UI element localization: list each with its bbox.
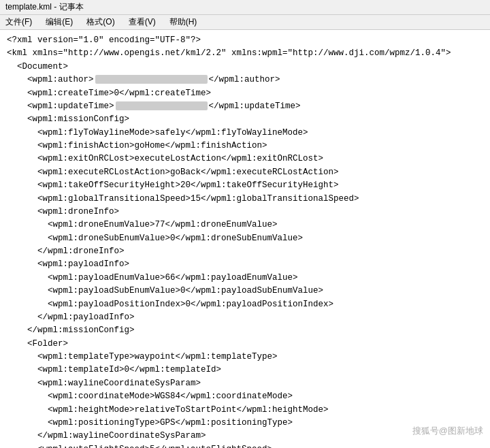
xml-line: <wpml:autoFlightSpeed>5</wpml:autoFlight…	[7, 443, 483, 448]
xml-line: <wpml:droneInfo>	[7, 206, 483, 219]
xml-line: <wpml:missionConfig>	[7, 113, 483, 126]
xml-line: </wpml:droneInfo>	[7, 245, 483, 258]
xml-line: <wpml:takeOffSecurityHeight>20</wpml:tak…	[7, 179, 483, 192]
xml-line: <wpml:finishAction>goHome</wpml:finishAc…	[7, 140, 483, 153]
xml-line: </wpml:missionConfig>	[7, 324, 483, 337]
xml-line: <wpml:payloadEnumValue>66</wpml:payloadE…	[7, 272, 483, 285]
xml-line: <wpml:templateType>waypoint</wpml:templa…	[7, 351, 483, 364]
menu-help[interactable]: 帮助(H)	[167, 16, 200, 29]
xml-line: <wpml:coordinateMode>WGS84</wpml:coordin…	[7, 390, 483, 403]
xml-line: <Document>	[7, 61, 483, 74]
menu-bar: 文件(F) 编辑(E) 格式(O) 查看(V) 帮助(H)	[0, 15, 490, 30]
xml-line: <?xml version="1.0" encoding="UTF-8"?>	[7, 34, 483, 47]
xml-line: </wpml:payloadInfo>	[7, 311, 483, 324]
xml-line: <wpml:globalTransitionalSpeed>15</wpml:g…	[7, 193, 483, 206]
content-area[interactable]: <?xml version="1.0" encoding="UTF-8"?> <…	[0, 30, 490, 448]
xml-line: <wpml:payloadPositionIndex>0</wpml:paylo…	[7, 298, 483, 311]
watermark: 搜狐号@图新地球	[412, 425, 483, 437]
xml-line: <wpml:droneSubEnumValue>0</wpml:droneSub…	[7, 232, 483, 245]
menu-view[interactable]: 查看(V)	[126, 16, 159, 29]
title-bar-text: template.kml - 记事本	[5, 1, 485, 13]
xml-line: <wpml:executeRCLostAction>goBack</wpml:e…	[7, 166, 483, 179]
xml-line: <Folder>	[7, 338, 483, 351]
xml-line: <wpml:author> </wpml:author>	[7, 74, 483, 86]
menu-edit[interactable]: 编辑(E)	[43, 16, 76, 29]
menu-file[interactable]: 文件(F)	[3, 16, 35, 29]
xml-line: <wpml:flyToWaylineMode>safely</wpml:flyT…	[7, 127, 483, 140]
xml-line: <wpml:templateId>0</wpml:templateId>	[7, 364, 483, 377]
xml-line: <wpml:createTime>0</wpml:createTime>	[7, 87, 483, 100]
xml-line: <kml xmlns="http://www.opengis.net/kml/2…	[7, 47, 483, 60]
menu-format[interactable]: 格式(O)	[84, 16, 117, 29]
title-bar: template.kml - 记事本	[0, 0, 490, 15]
xml-line: <wpml:heightMode>relativeToStartPoint</w…	[7, 404, 483, 417]
xml-line: <wpml:exitOnRCLost>executeLostAction</wp…	[7, 153, 483, 165]
xml-line: <wpml:waylineCoordinateSysParam>	[7, 377, 483, 390]
xml-line: <wpml:payloadInfo>	[7, 258, 483, 271]
xml-line: <wpml:updateTime> </wpml:updateTime>	[7, 100, 483, 113]
xml-line: <wpml:droneEnumValue>77</wpml:droneEnumV…	[7, 219, 483, 231]
xml-line: <wpml:payloadSubEnumValue>0</wpml:payloa…	[7, 285, 483, 298]
